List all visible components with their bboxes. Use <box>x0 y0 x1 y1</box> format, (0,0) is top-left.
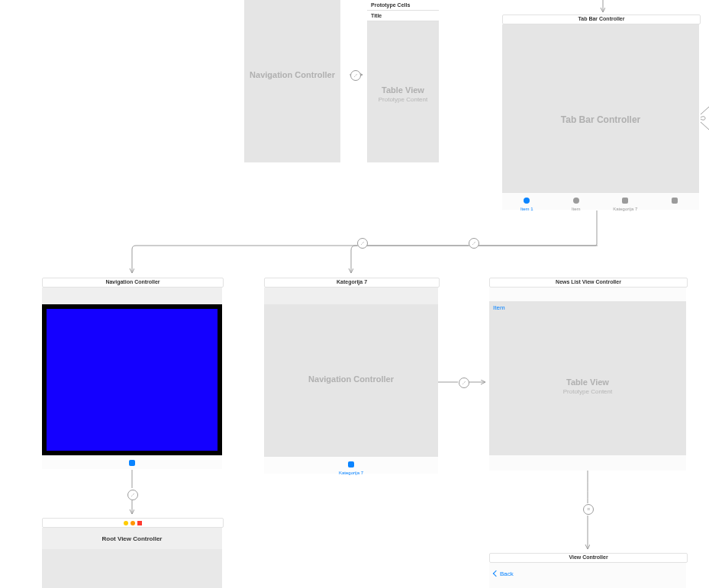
tab-item-1[interactable]: Item 1 <box>502 193 552 210</box>
tab-item-3-label: Kategorija 7 <box>601 207 650 211</box>
kategorija-scene-body[interactable]: Navigation Controller Kategorija 7 <box>264 288 438 474</box>
prototype-cell-title: Title <box>367 11 439 21</box>
news-list-scene-title[interactable]: News List View Controller <box>489 278 688 288</box>
news-list-scene-title-label: News List View Controller <box>556 279 621 285</box>
navigation-controller-label: Navigation Controller <box>244 70 340 79</box>
vc-dot-orange <box>131 521 135 525</box>
table-view-scene-top[interactable]: Prototype Cells Title Table View Prototy… <box>367 0 439 162</box>
tab-icon-circle <box>573 198 579 204</box>
kategorija-body-label: Navigation Controller <box>264 374 438 384</box>
news-list-body-sub: Prototype Content <box>489 388 686 395</box>
tab-bar-scene-title[interactable]: Tab Bar Controller <box>502 14 701 24</box>
tab-bar-scene-title-label: Tab Bar Controller <box>578 16 625 22</box>
table-view-label: Table View <box>367 85 439 95</box>
nav-scene-2-body[interactable] <box>42 288 222 469</box>
tab-item-1-label: Item 1 <box>502 207 552 211</box>
svg-line-3 <box>701 122 709 130</box>
segue-icon: ⟋ <box>350 70 361 81</box>
kategorija-tab-label: Kategorija 7 <box>264 471 438 475</box>
kategorija-tabbar[interactable]: Kategorija 7 <box>264 457 438 474</box>
tab-icon-circle <box>524 198 530 204</box>
nav-scene-2-tabbar[interactable] <box>42 455 222 469</box>
tab-bar-body-label: Tab Bar Controller <box>502 114 699 125</box>
nav-scene-2-navbar <box>42 288 222 304</box>
tab-item-4[interactable] <box>650 193 700 210</box>
tab-icon-square <box>129 460 135 466</box>
tab-icon-square <box>622 198 628 204</box>
tab-item-2-label: Item <box>552 207 601 211</box>
tab-bar-scene-body[interactable]: Tab Bar Controller Item 1 Item Kategorij… <box>502 24 699 210</box>
news-list-navbar <box>489 288 686 301</box>
prototype-cells-header: Prototype Cells <box>367 0 439 11</box>
back-caret-icon <box>493 570 499 577</box>
tab-icon-square <box>672 198 678 204</box>
tab-icon-square <box>348 461 354 468</box>
root-scene-navbar: Root View Controller <box>42 528 222 549</box>
view-controller-navbar[interactable]: Back <box>489 563 686 584</box>
root-scene-titlebar[interactable] <box>42 518 224 528</box>
view-controller-scene-body[interactable]: Back <box>489 563 686 588</box>
tab-bar[interactable]: Item 1 Item Kategorija 7 <box>502 192 699 210</box>
prototype-content-label: Prototype Content <box>367 96 439 103</box>
tab-item-3[interactable]: Kategorija 7 <box>601 193 650 210</box>
tab-item-2[interactable]: Item <box>552 193 601 210</box>
svg-line-2 <box>701 107 709 114</box>
navigation-controller-top-body[interactable]: Navigation Controller <box>244 0 340 162</box>
news-list-body-title: Table View <box>489 378 686 387</box>
nav-scene-2-content <box>47 309 218 451</box>
view-controller-scene-title[interactable]: View Controller <box>489 553 688 563</box>
segue-icon: ⟋ <box>357 238 368 249</box>
nav-scene-2-title-label: Navigation Controller <box>105 279 160 285</box>
news-list-tabbar <box>489 455 686 471</box>
kategorija-scene-title-label: Kategorija 7 <box>337 279 367 285</box>
segue-icon: ⟋ <box>127 490 138 500</box>
nav-scene-2-title[interactable]: Navigation Controller <box>42 278 224 288</box>
root-scene-body[interactable]: Root View Controller Prototype Cells <box>42 528 222 588</box>
segue-icon: ⟋ <box>469 238 479 249</box>
vc-dot-yellow <box>124 521 128 525</box>
view-controller-scene-title-label: View Controller <box>569 554 607 561</box>
kategorija-scene-title[interactable]: Kategorija 7 <box>264 278 440 288</box>
vc-dot-red <box>137 521 142 525</box>
back-button-label[interactable]: Back <box>500 570 514 577</box>
news-list-item-label: Item <box>493 304 505 311</box>
segue-icon: ≡ <box>583 504 594 515</box>
segue-icon: ⟋ <box>459 378 469 388</box>
news-list-scene-body[interactable]: Item Table View Prototype Content <box>489 288 686 471</box>
root-scene-nav-title: Root View Controller <box>102 535 163 542</box>
kategorija-navbar <box>264 288 438 304</box>
